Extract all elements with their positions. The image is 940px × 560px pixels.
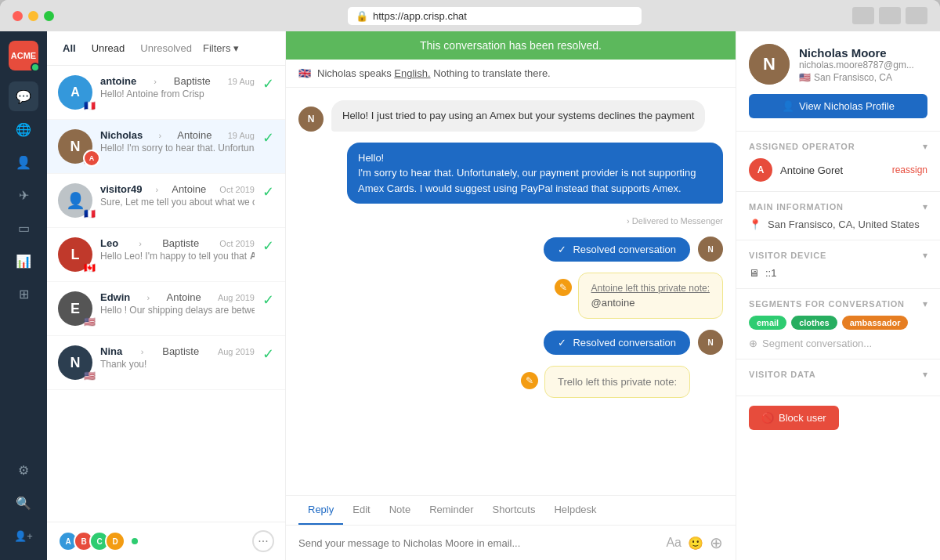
conv-content: Leo › Baptiste Oct 2019 Hello Leo! I'm h…: [100, 237, 255, 262]
check-icon: ✓: [262, 292, 274, 308]
resolved-pill: ✓ Resolved conversation: [544, 331, 690, 355]
chevron-down-icon[interactable]: ▾: [923, 250, 927, 261]
chevron-down-icon[interactable]: ▾: [923, 141, 927, 152]
profile-location-header: 🇺🇸 San Fransisco, CA: [799, 72, 927, 83]
toolbar-btn-1[interactable]: [852, 7, 874, 24]
section-header: MAIN INFORMATION ▾: [749, 201, 927, 212]
tab-reply[interactable]: Reply: [298, 496, 343, 525]
chevron-down-icon[interactable]: ▾: [923, 201, 927, 212]
conv-status: ✓: [262, 291, 274, 309]
tag-email[interactable]: email: [749, 316, 786, 330]
close-window-button[interactable]: [13, 11, 23, 21]
traffic-lights: [13, 11, 54, 21]
tab-shortcuts[interactable]: Shortcuts: [483, 496, 544, 525]
sidebar-item-profile[interactable]: 👤+: [9, 521, 38, 551]
conv-content: Nina › Baptiste Aug 2019 Thank you!: [100, 345, 255, 370]
tab-helpdesk[interactable]: Helpdesk: [544, 496, 606, 525]
flag-icon: 🇨🇦: [84, 262, 96, 273]
segment-placeholder: Segment conversation...: [762, 338, 872, 349]
lang-flag: 🇬🇧: [298, 67, 311, 79]
check-icon: ✓: [262, 346, 274, 362]
conversation-item[interactable]: E 🇺🇸 Edwin › Antoine Aug 2019 Hello ! Ou…: [47, 282, 285, 336]
section-title: SEGMENTS FOR CONVERSATION: [749, 299, 905, 309]
sidebar-item-search[interactable]: 🔍: [9, 488, 38, 518]
conversation-item[interactable]: A 🇫🇷 antoine › Baptiste 19 Aug Hello! An…: [47, 66, 285, 120]
tag-clothes[interactable]: clothes: [791, 316, 837, 330]
avatar: E 🇺🇸: [58, 291, 92, 326]
message-row: N Hello! I just tried to pay using an Am…: [298, 100, 723, 132]
section-title: VISITOR DEVICE: [749, 251, 826, 260]
chevron-down-icon[interactable]: ▾: [923, 298, 927, 309]
private-note: Antoine left this private note: @antoine: [578, 273, 723, 319]
location-row: 📍 San Fransisco, CA, United States: [749, 219, 927, 230]
avatar: A 🇫🇷: [58, 75, 92, 110]
conv-list-header: All Unread Unresolved Filters ▾: [47, 31, 285, 66]
profile-header: N Nicholas Moore nicholas.moore8787@gm..…: [749, 44, 927, 85]
conv-content: Edwin › Antoine Aug 2019 Hello ! Our shi…: [100, 291, 255, 316]
view-profile-button[interactable]: 👤 View Nicholas Profile: [749, 94, 927, 118]
sidebar-item-chart[interactable]: 📊: [9, 246, 38, 276]
note-icon: ✎: [521, 372, 538, 389]
conversation-item[interactable]: L 🇨🇦 Leo › Baptiste Oct 2019 Hello Leo! …: [47, 228, 285, 282]
section-header: VISITOR DATA ▾: [749, 369, 927, 380]
tab-note[interactable]: Note: [380, 496, 420, 525]
attach-button[interactable]: ⊕: [710, 533, 723, 552]
online-indicator: [132, 538, 138, 544]
check-icon: ✓: [262, 238, 274, 254]
tag-ambassador[interactable]: ambassador: [842, 316, 909, 330]
operator-name: Antoine Goret: [780, 164, 843, 176]
reply-tools: Aa 🙂 ⊕: [666, 533, 723, 552]
resolved-row: ✓ Resolved conversation N: [298, 330, 723, 355]
emoji-button[interactable]: 🙂: [688, 536, 703, 551]
flag-icon: 🇫🇷: [84, 208, 96, 219]
avatar: N: [298, 107, 324, 132]
conversation-items: A 🇫🇷 antoine › Baptiste 19 Aug Hello! An…: [47, 66, 285, 522]
profile-info: Nicholas Moore nicholas.moore8787@gm... …: [799, 46, 927, 83]
toolbar-btn-2[interactable]: [879, 7, 901, 24]
font-format-button[interactable]: Aa: [666, 536, 682, 550]
address-bar[interactable]: 🔒 https://app.crisp.chat: [348, 7, 642, 25]
sidebar-item-chat[interactable]: 💬: [9, 81, 38, 111]
profile-email: nicholas.moore8787@gm...: [799, 60, 927, 70]
visitor-device-section: VISITOR DEVICE ▾ 🖥 ::1: [736, 240, 940, 289]
section-header: ASSIGNED OPERATOR ▾: [749, 141, 927, 152]
tab-unread[interactable]: Unread: [87, 39, 130, 57]
check-icon: ✓: [558, 244, 566, 255]
conversation-item[interactable]: N 🇺🇸 A Nicholas › Antoine 19 Aug Hello! …: [47, 120, 285, 174]
sidebar-item-grid[interactable]: ⊞: [9, 279, 38, 309]
conversation-item[interactable]: 👤 🇫🇷 visitor49 › Antoine Oct 2019 Sure, …: [47, 174, 285, 228]
reply-input[interactable]: [298, 537, 658, 549]
toolbar-btn-3[interactable]: [906, 7, 927, 24]
minimize-window-button[interactable]: [28, 11, 38, 21]
reassign-button[interactable]: reassign: [892, 164, 927, 175]
filters-button[interactable]: Filters ▾: [203, 42, 239, 54]
tab-edit[interactable]: Edit: [343, 496, 379, 525]
check-icon: ✓: [262, 184, 274, 200]
tab-unresolved[interactable]: Unresolved: [136, 39, 197, 57]
reply-input-row: Aa 🙂 ⊕: [286, 526, 736, 560]
location-icon: 📍: [749, 219, 761, 230]
conversation-list: All Unread Unresolved Filters ▾ A 🇫🇷: [47, 31, 286, 560]
tab-reminder[interactable]: Reminder: [420, 496, 483, 525]
sidebar-item-document[interactable]: ▭: [9, 213, 38, 243]
chevron-down-icon[interactable]: ▾: [923, 369, 927, 380]
flag-icon: 🇺🇸: [84, 316, 96, 327]
avatar: N: [698, 330, 723, 355]
device-icon: 🖥: [749, 267, 759, 279]
segment-input-row[interactable]: ⊕ Segment conversation...: [749, 338, 927, 349]
block-user-button[interactable]: 🚫 Block user: [749, 406, 839, 430]
right-sidebar: N Nicholas Moore nicholas.moore8787@gm..…: [736, 31, 940, 560]
tab-all[interactable]: All: [58, 39, 81, 57]
sidebar-item-globe[interactable]: 🌐: [9, 114, 38, 144]
maximize-window-button[interactable]: [44, 11, 54, 21]
nav-sidebar: ACME 💬 🌐 👤 ✈ ▭ 📊 ⊞ ⚙ 🔍 👤+: [0, 31, 47, 560]
sidebar-item-user[interactable]: 👤: [9, 147, 38, 177]
device-row: 🖥 ::1: [749, 267, 927, 279]
conversation-item[interactable]: N 🇺🇸 Nina › Baptiste Aug 2019 Thank you!: [47, 336, 285, 390]
person-icon: 👤: [782, 100, 794, 112]
sidebar-item-settings[interactable]: ⚙: [9, 455, 38, 485]
private-note-row: ✎ Antoine left this private note: @antoi…: [298, 273, 723, 319]
sidebar-item-send[interactable]: ✈: [9, 180, 38, 210]
more-options-button[interactable]: ···: [252, 530, 274, 552]
resolved-label: Resolved conversation: [573, 244, 676, 255]
